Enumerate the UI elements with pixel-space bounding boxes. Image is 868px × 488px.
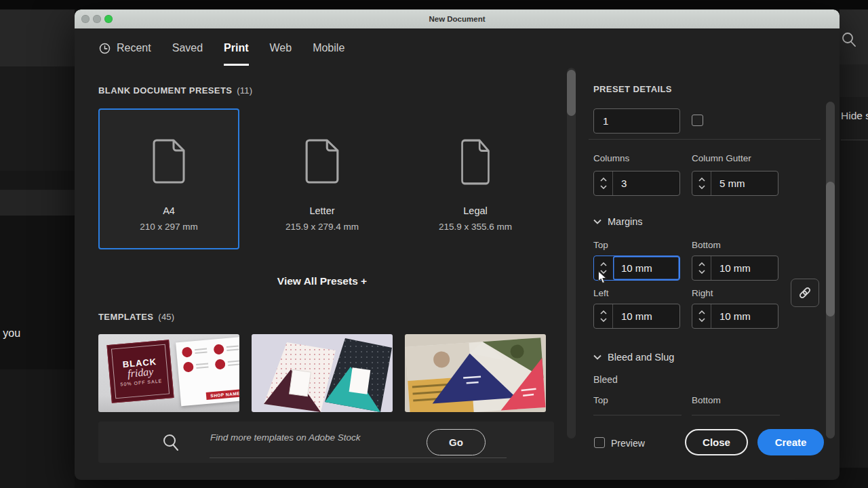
bleed-slug-section-header[interactable]: Bleed and Slug bbox=[593, 352, 674, 363]
adobe-stock-search-bar: Go bbox=[98, 422, 554, 463]
preview-checkbox[interactable] bbox=[594, 437, 605, 448]
background-left-band-1 bbox=[0, 9, 75, 66]
margin-top-stepper[interactable] bbox=[594, 256, 613, 280]
margin-right-input[interactable] bbox=[711, 304, 778, 328]
stepper-up-icon[interactable] bbox=[600, 262, 607, 266]
blank-presets-header: BLANK DOCUMENT PRESETS(11) bbox=[98, 85, 252, 96]
create-button[interactable]: Create bbox=[757, 429, 824, 455]
margin-bottom-field[interactable] bbox=[692, 256, 778, 281]
tab-web[interactable]: Web bbox=[270, 42, 292, 54]
stepper-down-icon[interactable] bbox=[698, 318, 705, 322]
margin-bottom-input[interactable] bbox=[711, 256, 778, 280]
preset-size: 210 x 297 mm bbox=[100, 222, 238, 232]
tab-mobile[interactable]: Mobile bbox=[313, 42, 344, 54]
dialog-titlebar[interactable]: New Document bbox=[75, 9, 840, 28]
stepper-down-icon[interactable] bbox=[600, 318, 607, 322]
search-underline bbox=[210, 458, 507, 458]
document-intent-tabs: Recent Saved Print Web Mobile bbox=[99, 28, 344, 68]
bleed-bottom-field-edge bbox=[692, 415, 780, 415]
content-scrollbar-track[interactable] bbox=[567, 68, 576, 439]
preset-details-header: PRESET DETAILS bbox=[593, 84, 672, 94]
view-all-presets-link[interactable]: View All Presets + bbox=[98, 275, 546, 287]
templates-header: TEMPLATES(45) bbox=[98, 312, 174, 322]
background-left-band-3 bbox=[0, 171, 75, 190]
template-thumbnail-greeting-cards[interactable] bbox=[252, 334, 393, 412]
tab-print[interactable]: Print bbox=[224, 42, 248, 54]
close-button[interactable]: Close bbox=[685, 429, 748, 455]
stepper-down-icon[interactable] bbox=[698, 185, 705, 189]
go-button[interactable]: Go bbox=[427, 429, 486, 455]
background-right-band-2 bbox=[840, 64, 868, 97]
background-partial-text-right: Hide su bbox=[841, 110, 868, 123]
panel-divider bbox=[589, 139, 821, 140]
background-left-band-5 bbox=[0, 216, 75, 369]
background-left-band-6 bbox=[0, 369, 75, 488]
margin-bottom-label: Bottom bbox=[692, 240, 721, 250]
document-page-icon bbox=[100, 138, 238, 185]
background-top-strip bbox=[0, 0, 868, 9]
column-gutter-input[interactable] bbox=[711, 171, 778, 195]
bleed-top-field-edge bbox=[593, 415, 682, 415]
margin-left-stepper[interactable] bbox=[594, 304, 613, 328]
document-page-icon bbox=[406, 138, 545, 186]
chevron-down-icon bbox=[593, 219, 601, 224]
bleed-label: Bleed bbox=[593, 374, 618, 385]
stepper-down-icon[interactable] bbox=[600, 270, 607, 274]
stepper-up-icon[interactable] bbox=[698, 310, 705, 314]
columns-input[interactable] bbox=[613, 171, 679, 195]
templates-count: (45) bbox=[158, 312, 174, 322]
margin-left-input[interactable] bbox=[613, 304, 679, 328]
template-thumbnail-black-friday[interactable]: BLACK friday 50% OFF SALE SHOP NAME bbox=[98, 334, 239, 412]
columns-field[interactable] bbox=[593, 171, 680, 196]
margin-right-field[interactable] bbox=[692, 304, 778, 329]
template-thumbnail-holiday-collage[interactable] bbox=[405, 334, 546, 412]
panel-scrollbar-thumb[interactable] bbox=[826, 182, 835, 317]
window-title: New Document bbox=[75, 9, 840, 28]
chain-link-icon bbox=[797, 285, 812, 300]
app-search-icon[interactable] bbox=[841, 31, 857, 52]
screen: n you Hide su New Document bbox=[0, 0, 868, 488]
margin-bottom-stepper[interactable] bbox=[692, 256, 711, 280]
margin-left-label: Left bbox=[593, 288, 609, 298]
document-page-icon bbox=[253, 138, 391, 185]
black-friday-postcard: SHOP NAME bbox=[176, 337, 239, 406]
facing-pages-checkbox[interactable] bbox=[692, 115, 703, 126]
background-partial-text-left: n you bbox=[0, 327, 26, 342]
margin-right-stepper[interactable] bbox=[692, 304, 711, 328]
preview-label: Preview bbox=[611, 438, 645, 449]
margin-top-input[interactable] bbox=[613, 256, 679, 280]
tab-saved[interactable]: Saved bbox=[172, 42, 203, 54]
blank-presets-count: (11) bbox=[237, 85, 252, 96]
background-right-band-5 bbox=[840, 468, 868, 488]
columns-stepper[interactable] bbox=[594, 171, 613, 195]
stepper-up-icon[interactable] bbox=[698, 262, 705, 266]
stepper-up-icon[interactable] bbox=[600, 178, 607, 182]
margin-top-field[interactable] bbox=[593, 256, 680, 281]
margins-section-header[interactable]: Margins bbox=[593, 216, 643, 227]
preset-name: Letter bbox=[253, 205, 391, 216]
tab-recent[interactable]: Recent bbox=[99, 42, 151, 54]
stock-search-input[interactable] bbox=[210, 432, 414, 443]
template-row: BLACK friday 50% OFF SALE SHOP NAME bbox=[98, 334, 546, 412]
content-scrollbar-thumb[interactable] bbox=[567, 70, 576, 116]
preset-size: 215.9 x 279.4 mm bbox=[253, 222, 391, 232]
new-document-dialog: New Document Recent Saved Print Web Mobi… bbox=[75, 9, 840, 480]
margin-left-field[interactable] bbox=[593, 304, 680, 329]
stepper-down-icon[interactable] bbox=[600, 185, 607, 189]
background-right-band-4 bbox=[840, 140, 868, 468]
preset-size: 215.9 x 355.6 mm bbox=[406, 222, 545, 232]
link-margins-button[interactable] bbox=[791, 279, 819, 307]
pages-input[interactable] bbox=[593, 108, 680, 134]
stepper-down-icon[interactable] bbox=[698, 270, 705, 274]
stepper-up-icon[interactable] bbox=[698, 178, 705, 182]
preset-card-letter[interactable]: Letter 215.9 x 279.4 mm bbox=[252, 108, 393, 249]
search-icon bbox=[162, 433, 180, 452]
column-gutter-field[interactable] bbox=[692, 171, 778, 196]
preset-name: Legal bbox=[406, 205, 545, 216]
stepper-up-icon[interactable] bbox=[600, 310, 607, 314]
columns-label: Columns bbox=[593, 153, 629, 163]
column-gutter-stepper[interactable] bbox=[692, 171, 711, 195]
preset-card-a4[interactable]: A4 210 x 297 mm bbox=[98, 108, 239, 249]
preset-card-legal[interactable]: Legal 215.9 x 355.6 mm bbox=[405, 108, 546, 249]
tab-recent-label: Recent bbox=[117, 42, 151, 54]
